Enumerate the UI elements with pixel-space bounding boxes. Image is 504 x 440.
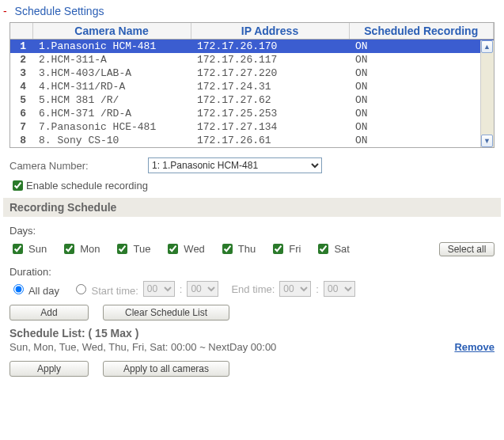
row-rec: ON	[349, 107, 494, 120]
scroll-down-icon[interactable]: ▼	[481, 135, 493, 147]
col-name[interactable]: Camera Name	[32, 23, 191, 40]
day-sat[interactable]: Sat	[315, 241, 350, 256]
section-title: Schedule Settings	[15, 5, 104, 17]
table-row[interactable]: 11.Panasonic HCM-481172.17.26.170ON	[10, 40, 494, 54]
end-hour-select[interactable]: 00	[279, 281, 311, 297]
day-wed[interactable]: Wed	[165, 241, 205, 256]
row-idx: 1	[10, 40, 32, 54]
row-idx: 7	[10, 120, 32, 134]
row-ip: 172.17.25.253	[191, 107, 349, 120]
row-idx: 2	[10, 53, 32, 66]
col-idx[interactable]	[10, 23, 32, 40]
clear-schedule-button[interactable]: Clear Schedule List	[103, 305, 229, 321]
camera-table: Camera Name IP Address Scheduled Recordi…	[9, 22, 495, 148]
table-scrollbar[interactable]: ▲ ▼	[480, 40, 494, 147]
camera-number-label: Camera Number:	[9, 160, 148, 172]
apply-button[interactable]: Apply	[9, 361, 89, 377]
day-mon[interactable]: Mon	[61, 241, 100, 256]
duration-label: Duration:	[9, 266, 495, 278]
row-rec: ON	[349, 93, 494, 107]
row-name: 7.Panasonic HCE-481	[32, 120, 191, 134]
day-thu[interactable]: Thu	[219, 241, 256, 256]
schedule-list-title: Schedule List: ( 15 Max )	[9, 327, 495, 339]
col-ip[interactable]: IP Address	[191, 23, 349, 40]
row-ip: 172.17.27.220	[191, 66, 349, 80]
select-all-button[interactable]: Select all	[439, 242, 495, 256]
duration-starttime[interactable]: Start time:	[72, 282, 138, 297]
start-min-select[interactable]: 00	[187, 281, 218, 297]
start-hour-select[interactable]: 00	[143, 281, 175, 297]
table-row[interactable]: 22.HCM-311-A172.17.26.117ON	[10, 53, 494, 66]
row-rec: ON	[349, 66, 494, 80]
row-idx: 8	[10, 134, 32, 147]
row-ip: 172.17.27.134	[191, 120, 349, 134]
end-min-select[interactable]: 00	[324, 281, 355, 297]
remove-link[interactable]: Remove	[454, 341, 495, 353]
table-row[interactable]: 88. Sony CS-10172.17.26.61ON	[10, 134, 494, 147]
table-row[interactable]: 44.HCM-311/RD-A172.17.24.31ON	[10, 80, 494, 93]
day-fri[interactable]: Fri	[270, 241, 301, 256]
enable-schedule-label: Enable schedule recording	[26, 180, 148, 192]
row-name: 4.HCM-311/RD-A	[32, 80, 191, 93]
row-name: 2.HCM-311-A	[32, 53, 191, 66]
row-name: 6.HCM-371 /RD-A	[32, 107, 191, 120]
scroll-up-icon[interactable]: ▲	[481, 40, 493, 53]
duration-allday[interactable]: All day	[9, 282, 59, 297]
table-row[interactable]: 77.Panasonic HCE-481172.17.27.134ON	[10, 120, 494, 134]
row-rec: ON	[349, 134, 494, 147]
collapse-icon[interactable]: -	[3, 5, 7, 17]
row-ip: 172.17.26.170	[191, 40, 349, 54]
schedule-entry: Sun, Mon, Tue, Wed, Thu, Fri, Sat: 00:00…	[9, 341, 454, 353]
table-row[interactable]: 55.HCM 381 /R/172.17.27.62ON	[10, 93, 494, 107]
row-rec: ON	[349, 53, 494, 66]
table-row[interactable]: 66.HCM-371 /RD-A172.17.25.253ON	[10, 107, 494, 120]
camera-number-select[interactable]: 1: 1.Panasonic HCM-481	[148, 157, 322, 173]
table-row[interactable]: 33.HCM-403/LAB-A172.17.27.220ON	[10, 66, 494, 80]
add-button[interactable]: Add	[9, 305, 89, 321]
enable-schedule-checkbox[interactable]	[13, 180, 23, 191]
row-rec: ON	[349, 120, 494, 134]
row-idx: 5	[10, 93, 32, 107]
row-ip: 172.17.24.31	[191, 80, 349, 93]
row-idx: 4	[10, 80, 32, 93]
row-ip: 172.17.26.117	[191, 53, 349, 66]
row-idx: 6	[10, 107, 32, 120]
end-time-label: End time:	[231, 283, 275, 295]
row-idx: 3	[10, 66, 32, 80]
row-name: 5.HCM 381 /R/	[32, 93, 191, 107]
recording-schedule-header: Recording Schedule	[3, 198, 501, 217]
row-rec: ON	[349, 80, 494, 93]
apply-all-button[interactable]: Apply to all cameras	[103, 361, 229, 377]
day-sun[interactable]: Sun	[9, 241, 47, 256]
col-rec[interactable]: Scheduled Recording	[349, 23, 494, 40]
row-name: 3.HCM-403/LAB-A	[32, 66, 191, 80]
day-tue[interactable]: Tue	[114, 241, 150, 256]
row-name: 8. Sony CS-10	[32, 134, 191, 147]
row-name: 1.Panasonic HCM-481	[32, 40, 191, 54]
row-ip: 172.17.26.61	[191, 134, 349, 147]
row-ip: 172.17.27.62	[191, 93, 349, 107]
row-rec: ON	[349, 40, 494, 54]
days-label: Days:	[9, 225, 495, 237]
